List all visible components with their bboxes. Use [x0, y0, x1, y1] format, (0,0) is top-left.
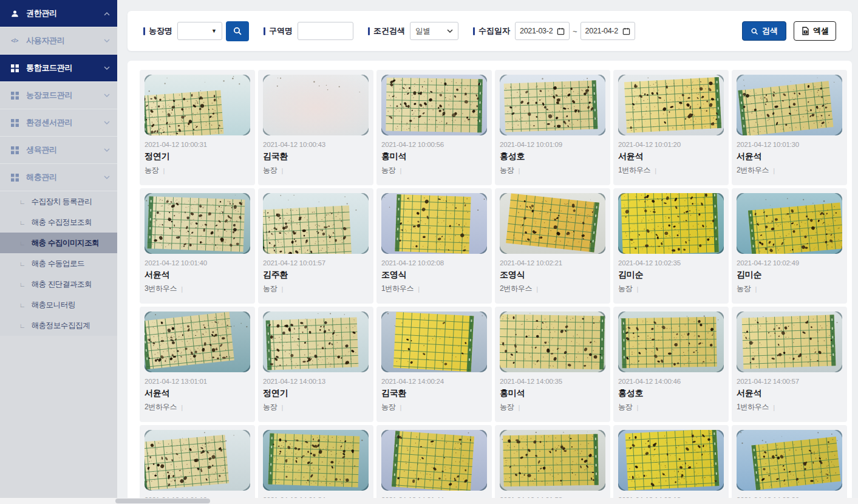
excel-file-icon: x — [801, 27, 809, 35]
image-card[interactable]: 2021-04-12 10:02:35김미순농장| — [613, 188, 729, 304]
image-card[interactable]: 2021-04-12 14:00:35홍미석농장| — [495, 307, 610, 422]
search-button[interactable]: 검색 — [742, 21, 786, 41]
farmer-name: 홍미석 — [500, 388, 605, 399]
sidebar-item[interactable]: </>사용자관리 — [0, 27, 117, 55]
trap-photo — [263, 193, 369, 254]
chevron-down-icon — [104, 39, 110, 43]
sidebar-subitem[interactable]: ∟해충 진단결과조회 — [0, 274, 117, 295]
sidebar-subitem-label: 해충 수동업로드 — [31, 259, 84, 269]
trap-photo — [263, 75, 369, 135]
submenu-branch-icon: ∟ — [19, 261, 25, 267]
capture-timestamp: 2021-04-12 10:02:21 — [500, 259, 605, 267]
trap-photo — [381, 430, 487, 491]
image-card[interactable]: 2021-04-12 14:01:44조영식| — [376, 425, 492, 504]
trap-photo — [618, 312, 724, 372]
sidebar-item[interactable]: 권한관리 — [0, 0, 117, 27]
sidebar-subitem-label: 수집장치 등록관리 — [31, 197, 92, 207]
location-label: 2번하우스| — [145, 402, 250, 412]
location-label: 농장| — [618, 402, 724, 412]
trap-photo — [145, 75, 250, 135]
image-card[interactable]: 2021-04-12 14:00:24김국환농장| — [376, 307, 492, 422]
sidebar-item[interactable]: 환경센서관리 — [0, 109, 117, 137]
condition-select[interactable]: 일별 — [410, 22, 458, 40]
label-accent-bar — [473, 27, 475, 35]
scrollbar-thumb[interactable] — [115, 499, 210, 503]
farm-name-select[interactable]: ▼ — [177, 22, 222, 40]
image-card[interactable]: 2021-04-12 14:02:12김미순| — [613, 425, 729, 504]
search-icon — [751, 27, 758, 35]
farmer-name: 서윤석 — [145, 270, 250, 281]
sidebar-item-label: 통합코드관리 — [26, 63, 104, 73]
sidebar-subitem-label: 해충 진단결과조회 — [31, 279, 92, 290]
grid-icon — [10, 173, 19, 182]
farm-search-button[interactable] — [226, 21, 249, 41]
sidebar-item-label: 환경센서관리 — [26, 117, 104, 128]
trap-photo — [500, 312, 605, 372]
chevron-down-icon — [104, 175, 110, 180]
date-from-input[interactable]: 2021-03-2 — [515, 22, 570, 40]
trap-photo — [145, 312, 250, 372]
image-card[interactable]: 2021-04-12 14:00:57서윤석1번하우스| — [732, 307, 847, 422]
sidebar-subitem[interactable]: ∟해충정보수집집계 — [0, 315, 117, 336]
sidebar-subitem-label: 해충정보수집집계 — [31, 321, 90, 331]
horizontal-scrollbar[interactable] — [0, 498, 858, 504]
image-card[interactable]: 2021-04-12 10:00:43김국환농장| — [258, 70, 373, 185]
farmer-name: 김미순 — [737, 270, 842, 281]
farmer-name: 홍성호 — [500, 151, 605, 162]
image-card[interactable]: 2021-04-12 10:00:31정연기농장| — [140, 70, 255, 185]
image-card[interactable]: 2021-04-12 10:01:30서윤석2번하우스| — [732, 70, 847, 185]
sidebar-subitem-label: 해충모니터링 — [31, 300, 75, 310]
image-card[interactable]: 2021-04-12 14:02:26김미순| — [732, 425, 847, 504]
image-card[interactable]: 2021-04-12 14:00:46홍성호농장| — [613, 307, 729, 422]
sidebar-subitem[interactable]: ∟해충 수집이미지조회 — [0, 233, 117, 253]
capture-timestamp: 2021-04-12 14:00:24 — [381, 378, 487, 385]
image-card[interactable]: 2021-04-12 10:01:57김주환농장| — [258, 188, 373, 304]
trap-photo — [500, 193, 605, 254]
location-label: 2번하우스| — [737, 165, 842, 175]
sidebar-item[interactable]: 농장코드관리 — [0, 82, 117, 109]
image-card[interactable]: 2021-04-12 10:01:40서윤석3번하우스| — [140, 188, 255, 304]
farmer-name: 정연기 — [263, 388, 369, 399]
trap-photo — [381, 193, 487, 254]
capture-timestamp: 2021-04-12 10:00:43 — [263, 141, 369, 148]
image-card[interactable]: 2021-04-12 13:01:01서윤석2번하우스| — [140, 307, 255, 422]
code-icon: </> — [10, 36, 19, 45]
chevron-down-icon — [104, 94, 110, 98]
sidebar-item[interactable]: 해충관리 — [0, 164, 117, 191]
sidebar-subitem[interactable]: ∟해충 수동업로드 — [0, 253, 117, 274]
sidebar-item[interactable]: 통합코드관리 — [0, 55, 117, 82]
capture-timestamp: 2021-04-12 10:02:49 — [737, 259, 842, 267]
sidebar-item-label: 생육관리 — [26, 145, 104, 155]
sidebar-item[interactable]: 생육관리 — [0, 137, 117, 164]
image-card[interactable]: 2021-04-12 14:00:13정연기농장| — [258, 307, 373, 422]
date-to-input[interactable]: 2021-04-2 — [581, 22, 635, 40]
image-card[interactable]: 2021-04-12 10:02:21조영식2번하우스| — [495, 188, 610, 304]
trap-photo — [263, 312, 369, 372]
sidebar-subitem[interactable]: ∟해충모니터링 — [0, 295, 117, 315]
trap-photo — [145, 193, 250, 254]
trap-photo — [737, 312, 842, 372]
location-label: 1번하우스| — [618, 165, 724, 175]
image-card[interactable]: 2021-04-12 10:02:08조영식1번하우스| — [376, 188, 492, 304]
submenu-branch-icon: ∟ — [19, 302, 25, 308]
image-card[interactable]: 2021-04-12 10:01:20서윤석1번하우스| — [613, 70, 729, 185]
sidebar-subitem[interactable]: ∟수집장치 등록관리 — [0, 191, 117, 212]
image-card[interactable]: 2021-04-12 14:01:34김주환| — [258, 425, 373, 504]
excel-export-button[interactable]: x 엑셀 — [794, 21, 836, 41]
dropdown-arrow-icon: ▼ — [211, 28, 217, 34]
image-card[interactable]: 2021-04-12 10:02:49김미순농장| — [732, 188, 847, 304]
image-card[interactable]: 2021-04-12 14:01:58조영식| — [495, 425, 610, 504]
capture-timestamp: 2021-04-12 10:01:09 — [500, 141, 605, 148]
divider: | — [773, 404, 775, 411]
main-content: 농장명 ▼ 구역명 조건검색 일별 수집일자 2021-03-2 ~ 2021-… — [117, 0, 858, 504]
sidebar-subitem[interactable]: ∟해충 수집정보조회 — [0, 212, 117, 233]
condition-value: 일별 — [415, 26, 447, 36]
condition-search-label: 조건검색 — [368, 26, 405, 36]
image-card[interactable]: 2021-04-12 14:01:19서윤석| — [140, 425, 255, 504]
zone-name-input[interactable] — [298, 22, 353, 40]
image-card[interactable]: 2021-04-12 10:01:09홍성호농장| — [495, 70, 610, 185]
farmer-name: 서윤석 — [145, 388, 250, 399]
grid-icon — [10, 118, 19, 127]
image-card[interactable]: 2021-04-12 10:00:56홍미석농장| — [376, 70, 492, 185]
capture-timestamp: 2021-04-12 10:01:30 — [737, 141, 842, 148]
